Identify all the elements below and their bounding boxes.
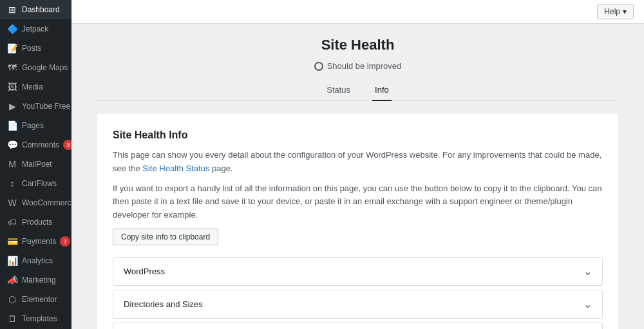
info-section: Site Health Info This page can show you … bbox=[97, 114, 618, 329]
sidebar-item-payments[interactable]: 💳Payments1 bbox=[0, 232, 71, 251]
accordion-header[interactable]: WordPress⌄ bbox=[113, 258, 602, 285]
sidebar-item-cartflows[interactable]: ↕CartFlows bbox=[0, 174, 71, 193]
sidebar-item-label: Jetpack bbox=[22, 24, 48, 33]
info-description-1: This page can show you every detail abou… bbox=[113, 149, 603, 176]
comments-icon: 💬 bbox=[6, 140, 18, 150]
media-icon: 🖼 bbox=[6, 82, 18, 92]
sidebar-item-woocommerce[interactable]: WWooCommerce bbox=[0, 193, 71, 212]
main-content: Help ▾ Site Health Should be improved St… bbox=[71, 0, 644, 329]
sidebar-item-label: Dashboard bbox=[22, 5, 60, 14]
sidebar-item-label: Pages bbox=[22, 121, 44, 130]
sidebar-item-label: Marketing bbox=[22, 276, 56, 285]
sidebar-item-posts[interactable]: 📝Posts bbox=[0, 39, 71, 58]
sidebar-item-label: CartFlows bbox=[22, 179, 57, 188]
copy-site-info-button[interactable]: Copy site info to clipboard bbox=[113, 229, 218, 245]
sidebar-item-label: Elementor bbox=[22, 295, 57, 304]
topbar: Help ▾ bbox=[71, 0, 644, 24]
help-arrow-icon: ▾ bbox=[623, 7, 627, 16]
sidebar-item-products[interactable]: 🏷Products bbox=[0, 212, 71, 232]
tab-info[interactable]: Info bbox=[372, 80, 392, 101]
sidebar-item-comments[interactable]: 💬Comments3 bbox=[0, 135, 71, 155]
dashboard-icon: ⊞ bbox=[6, 5, 18, 15]
accordion-item: Directories and Sizes⌄ bbox=[113, 290, 603, 319]
pages-icon: 📄 bbox=[6, 120, 18, 131]
info-section-title: Site Health Info bbox=[113, 129, 603, 141]
status-circle-icon bbox=[314, 62, 323, 71]
chevron-down-icon: ⌄ bbox=[583, 298, 592, 310]
accordion-label: Directories and Sizes bbox=[124, 299, 203, 309]
sidebar-item-templates[interactable]: 🗒Templates bbox=[0, 309, 71, 328]
sidebar-item-media[interactable]: 🖼Media bbox=[0, 77, 71, 97]
sidebar-item-label: YouTube Free bbox=[22, 102, 70, 111]
sidebar-item-mailpoet[interactable]: MMailPoet bbox=[0, 155, 71, 174]
sidebar-item-label: Payments bbox=[22, 237, 56, 246]
help-button[interactable]: Help ▾ bbox=[597, 4, 634, 19]
youtube-free-icon: ▶ bbox=[6, 101, 18, 111]
sidebar-item-dashboard[interactable]: ⊞Dashboard bbox=[0, 0, 71, 19]
google-maps-icon: 🗺 bbox=[6, 62, 18, 73]
sidebar-item-label: Products bbox=[22, 218, 52, 227]
sidebar-item-marketing[interactable]: 📣Marketing bbox=[0, 270, 71, 290]
accordion-label: WordPress bbox=[124, 267, 165, 276]
cartflows-icon: ↕ bbox=[6, 178, 18, 189]
site-health-status-link[interactable]: Site Health Status bbox=[142, 164, 209, 173]
payments-icon: 💳 bbox=[6, 236, 18, 247]
page-title: Site Health bbox=[97, 37, 618, 53]
sidebar-item-youtube-free[interactable]: ▶YouTube Free bbox=[0, 97, 71, 116]
posts-icon: 📝 bbox=[6, 43, 18, 53]
sidebar-item-label: Analytics bbox=[22, 256, 53, 265]
accordion-item: WordPress⌄ bbox=[113, 257, 603, 286]
sidebar-item-label: Google Maps bbox=[22, 63, 68, 72]
sidebar-item-label: Posts bbox=[22, 44, 41, 53]
accordion: WordPress⌄Directories and Sizes⌄Drop-ins… bbox=[113, 257, 603, 329]
marketing-icon: 📣 bbox=[6, 275, 18, 285]
help-label: Help bbox=[604, 7, 620, 16]
tab-status[interactable]: Status bbox=[324, 80, 353, 101]
elementor-icon: ⬡ bbox=[6, 294, 18, 305]
jetpack-icon: 🔷 bbox=[6, 24, 18, 34]
accordion-item: Drop-ins (1)⌄ bbox=[113, 323, 603, 329]
sidebar-item-label: Templates bbox=[22, 314, 57, 323]
sidebar-item-pages[interactable]: 📄Pages bbox=[0, 116, 71, 135]
sidebar-item-google-maps[interactable]: 🗺Google Maps bbox=[0, 58, 71, 77]
analytics-icon: 📊 bbox=[6, 256, 18, 266]
sidebar-item-elementor[interactable]: ⬡Elementor bbox=[0, 290, 71, 309]
woocommerce-icon: W bbox=[6, 198, 18, 208]
sidebar-item-label: WooCommerce bbox=[22, 198, 71, 207]
accordion-header[interactable]: Drop-ins (1)⌄ bbox=[113, 323, 602, 329]
accordion-header[interactable]: Directories and Sizes⌄ bbox=[113, 290, 602, 318]
templates-icon: 🗒 bbox=[6, 314, 18, 324]
status-indicator: Should be improved bbox=[97, 61, 618, 71]
sidebar-item-analytics[interactable]: 📊Analytics bbox=[0, 251, 71, 270]
products-icon: 🏷 bbox=[6, 217, 18, 227]
badge: 1 bbox=[60, 236, 70, 247]
sidebar-item-label: Comments bbox=[22, 140, 59, 149]
mailpoet-icon: M bbox=[6, 159, 18, 169]
sidebar-item-label: Media bbox=[22, 82, 43, 91]
tabs: Status Info bbox=[97, 80, 618, 101]
chevron-down-icon: ⌄ bbox=[583, 265, 592, 277]
sidebar-item-jetpack[interactable]: 🔷Jetpack bbox=[0, 19, 71, 39]
sidebar-item-label: MailPoet bbox=[22, 160, 52, 169]
sidebar: ⊞Dashboard🔷Jetpack📝Posts🗺Google Maps🖼Med… bbox=[0, 0, 71, 329]
badge: 3 bbox=[63, 140, 71, 150]
status-label: Should be improved bbox=[327, 61, 402, 71]
content-area: Site Health Should be improved Status In… bbox=[71, 24, 644, 329]
info-description-2: If you want to export a handy list of al… bbox=[113, 182, 603, 222]
